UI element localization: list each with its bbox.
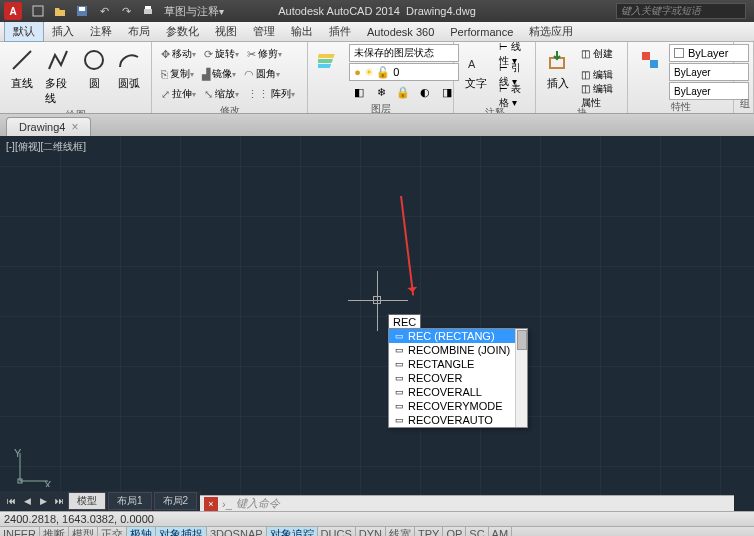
layer-lock-icon[interactable]: 🔒 [393,83,413,101]
layer-state-combo[interactable]: 未保存的图层状态 [349,44,459,62]
status-toggle[interactable]: 对象追踪 [267,527,318,536]
layer-combo[interactable]: ● ☀ 🔓 0 [349,63,459,81]
pickbox [373,296,381,304]
layer-off-icon[interactable]: ◐ [415,83,435,101]
print-icon[interactable] [138,2,158,20]
status-bar: 2400.2818, 1643.0382, 0.0000 [0,511,754,526]
ribbon-tab[interactable]: 布局 [120,22,158,41]
scale-button[interactable]: ⤡缩放▾ [201,85,242,103]
new-icon[interactable] [28,2,48,20]
open-icon[interactable] [50,2,70,20]
title-text: Autodesk AutoCAD 2014 Drawing4.dwg [278,5,476,17]
layout-tab[interactable]: 布局2 [154,492,198,510]
status-toggle[interactable]: DYN [356,527,386,536]
layer-properties-button[interactable] [314,44,346,76]
panel-draw: 直线多段线圆圆弧 绘图 [0,42,152,113]
autocomplete-item[interactable]: ▭RECTANGLE [389,357,515,371]
status-toggle[interactable]: QP [443,527,466,536]
move-button[interactable]: ✥移动▾ [158,45,199,63]
nav-last-icon[interactable]: ⏭ [52,494,66,508]
status-toggle[interactable]: 线宽 [386,527,415,536]
ribbon-tab[interactable]: Autodesk 360 [359,24,442,40]
nav-prev-icon[interactable]: ◀ [20,494,34,508]
status-toggles: INFER推断模型正交极轴对象捕捉3DOSNAP对象追踪DUCSDYN线宽TPY… [0,526,754,536]
ribbon-tab[interactable]: 视图 [207,22,245,41]
panel-layer: 未保存的图层状态 ● ☀ 🔓 0 ◧ ❄ 🔒 ◐ ◨ 图层 [308,42,454,113]
svg-rect-3 [144,9,152,14]
ribbon-tab[interactable]: 输出 [283,22,321,41]
autocomplete-item[interactable]: ▭RECOVERALL [389,385,515,399]
rotate-button[interactable]: ⟳旋转▾ [201,45,242,63]
ribbon-tab[interactable]: Performance [442,24,521,40]
document-tab[interactable]: Drawing4 × [6,117,91,136]
svg-rect-12 [642,52,650,60]
help-search-input[interactable]: 键入关键字或短语 [616,3,746,19]
coordinates-readout: 2400.2818, 1643.0382, 0.0000 [4,513,154,525]
ribbon-tab[interactable]: 参数化 [158,22,207,41]
autocomplete-item[interactable]: ▭RECOMBINE (JOIN) [389,343,515,357]
text-button[interactable]: A文字 [460,44,492,93]
block-button[interactable]: ◫ 编辑属性 [577,87,621,105]
layout-tab-model[interactable]: 模型 [68,492,106,510]
ribbon-tab[interactable]: 插入 [44,22,82,41]
match-prop-button[interactable] [634,44,666,76]
annot-button[interactable]: ⊢ 表格 ▾ [495,87,529,105]
polyline-button[interactable]: 多段线 [41,44,75,108]
block-button[interactable]: ◫ 创建 [577,45,617,63]
scrollbar[interactable] [515,329,527,427]
status-toggle[interactable]: 模型 [69,527,98,536]
ribbon-tab[interactable]: 插件 [321,22,359,41]
autocomplete-item[interactable]: ▭RECOVERYMODE [389,399,515,413]
svg-rect-4 [145,6,151,9]
autocomplete-item[interactable]: ▭RECOVERAUTO [389,413,515,427]
panel-title: 注释 [460,106,529,114]
viewport-controls[interactable]: [-][俯视][二维线框] [6,140,86,154]
svg-line-5 [13,51,31,69]
status-toggle[interactable]: TPY [415,527,443,536]
chevron-icon[interactable]: ›_ [222,498,232,510]
status-toggle[interactable]: AM [489,527,513,536]
workspace-dropdown[interactable]: 草图与注释 ▾ [160,2,228,20]
status-toggle[interactable]: 推断 [40,527,69,536]
arc-button[interactable]: 圆弧 [113,44,145,93]
svg-rect-7 [318,54,335,58]
panel-title: 图层 [314,102,447,114]
nav-first-icon[interactable]: ⏮ [4,494,18,508]
status-toggle[interactable]: INFER [0,527,40,536]
ribbon-tab[interactable]: 注释 [82,22,120,41]
layout-tab[interactable]: 布局1 [108,492,152,510]
autocomplete-item[interactable]: ▭RECOVER [389,371,515,385]
fillet-button[interactable]: ◠圆角▾ [241,65,283,83]
autocomplete-item[interactable]: ▭REC (RECTANG) [389,329,515,343]
close-icon[interactable]: × [204,497,218,511]
status-toggle[interactable]: SC [466,527,488,536]
ribbon-tab[interactable]: 管理 [245,22,283,41]
ucs-icon: XY [14,447,54,487]
undo-icon[interactable]: ↶ [94,2,114,20]
layer-iso-icon[interactable]: ◧ [349,83,369,101]
line-button[interactable]: 直线 [6,44,38,93]
status-toggle[interactable]: 3DOSNAP [207,527,267,536]
layer-freeze-icon[interactable]: ❄ [371,83,391,101]
status-toggle[interactable]: 正交 [98,527,127,536]
circle-button[interactable]: 圆 [78,44,110,93]
array-button[interactable]: ⋮⋮阵列▾ [244,85,298,103]
drawing-canvas[interactable]: [-][俯视][二维线框] document.write(Array.from(… [0,136,754,511]
redo-icon[interactable]: ↷ [116,2,136,20]
trim-button[interactable]: ✂修剪▾ [244,45,285,63]
app-icon[interactable]: A [4,2,22,20]
close-icon[interactable]: × [71,120,78,134]
ribbon-tab[interactable]: 默认 [4,21,44,42]
insert-block-button[interactable]: 插入 [542,44,574,93]
mirror-button[interactable]: ▟镜像▾ [199,65,239,83]
svg-rect-0 [33,6,43,16]
ribbon-tab[interactable]: 精选应用 [521,22,581,41]
nav-next-icon[interactable]: ▶ [36,494,50,508]
copy-button[interactable]: ⎘复制▾ [158,65,197,83]
status-toggle[interactable]: 对象捕捉 [156,527,207,536]
status-toggle[interactable]: DUCS [318,527,356,536]
command-line[interactable]: × ›_ 键入命令 [200,495,734,511]
status-toggle[interactable]: 极轴 [127,527,156,536]
save-icon[interactable] [72,2,92,20]
stretch-button[interactable]: ⤢拉伸▾ [158,85,199,103]
